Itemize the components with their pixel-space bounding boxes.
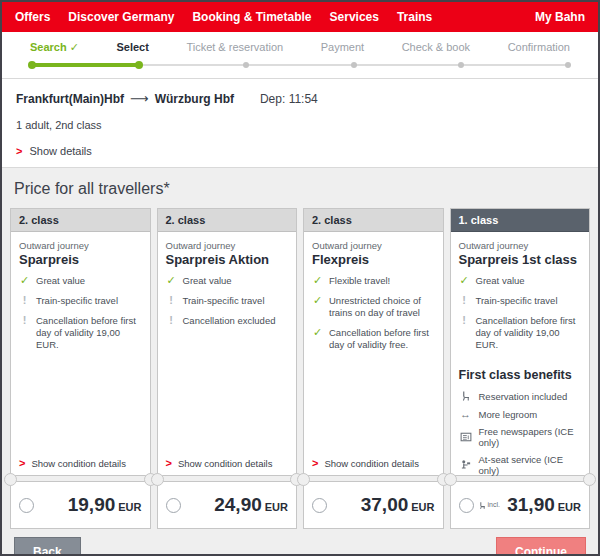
- legroom-arrows-icon: ↔: [459, 408, 473, 420]
- fare-product-name: Sparpreis Aktion: [166, 252, 289, 267]
- seat-icon: [459, 390, 473, 402]
- step-search[interactable]: Search✓: [30, 41, 79, 54]
- nav-item-trains[interactable]: Trains: [397, 10, 432, 24]
- feature-item: ✓Flexible travel!: [312, 275, 435, 287]
- reservation-included-badge: incl.: [478, 501, 500, 510]
- offer-card: 2. class Outward journey Sparpreis ✓Grea…: [10, 208, 151, 476]
- feature-item: ✓Great value: [459, 275, 582, 287]
- benefit-item: Free newspapers (ICE only): [459, 426, 582, 448]
- fare-price: 19,90EUR: [68, 494, 142, 516]
- nav-item-discover-germany[interactable]: Discover Germany: [68, 10, 174, 24]
- fare-card-sparpreis-aktion: 2. class Outward journey Sparpreis Aktio…: [157, 208, 298, 529]
- fare-radio-button[interactable]: [312, 498, 327, 513]
- step-select[interactable]: Select: [116, 41, 148, 54]
- offer-card: 2. class Outward journey Flexpreis ✓Flex…: [303, 208, 444, 476]
- departure-time: Dep: 11:54: [260, 92, 318, 106]
- route-line: Frankfurt(Main)Hbf ⟶ Würzburg Hbf Dep: 1…: [16, 91, 584, 106]
- step-dot: [458, 62, 464, 68]
- exclamation-icon: !: [166, 315, 177, 327]
- nav-item-services[interactable]: Services: [330, 10, 379, 24]
- step-payment: Payment: [321, 41, 364, 54]
- check-icon: ✓: [459, 275, 470, 287]
- step-check-book: Check & book: [402, 41, 470, 54]
- fare-cards-row: 2. class Outward journey Sparpreis ✓Grea…: [10, 208, 590, 529]
- feature-item: ✓Great value: [19, 275, 142, 287]
- step-dot: [28, 61, 36, 69]
- fare-radio-button[interactable]: [459, 498, 474, 513]
- price-section-title: Price for all travellers*: [14, 180, 590, 198]
- offer-card: 1. class Outward journey Sparpreis 1st c…: [450, 208, 591, 476]
- class-header-first-class: 1. class: [451, 209, 590, 232]
- class-header: 2. class: [158, 209, 297, 232]
- nav-item-my-bahn[interactable]: My Bahn: [535, 10, 585, 24]
- booking-progress-steps: Search✓ Select Ticket & reservation Paym…: [2, 32, 598, 79]
- chevron-right-icon: >: [16, 145, 22, 157]
- first-class-benefits-title: First class benefits: [459, 368, 582, 382]
- price-section: Price for all travellers* 2. class Outwa…: [2, 167, 598, 556]
- fare-price: 31,90EUR: [507, 494, 581, 516]
- fare-card-flexpreis: 2. class Outward journey Flexpreis ✓Flex…: [303, 208, 444, 529]
- fare-card-sparpreis-1st-class: 1. class Outward journey Sparpreis 1st c…: [450, 208, 591, 529]
- step-confirmation: Confirmation: [508, 41, 570, 54]
- feature-item: !Cancellation before first day of validi…: [459, 315, 582, 351]
- journey-direction-label: Outward journey: [459, 240, 582, 251]
- check-icon: ✓: [70, 41, 79, 53]
- feature-item: ✓Great value: [166, 275, 289, 287]
- continue-button[interactable]: Continue: [496, 537, 586, 556]
- chevron-right-icon: >: [312, 457, 318, 469]
- benefit-item: ↔ More legroom: [459, 408, 582, 420]
- feature-item: !Cancellation before first day of validi…: [19, 315, 142, 351]
- arrow-right-icon: ⟶: [130, 91, 149, 106]
- class-header: 2. class: [11, 209, 150, 232]
- fare-product-name: Flexpreis: [312, 252, 435, 267]
- fare-radio-button[interactable]: [19, 498, 34, 513]
- fare-product-name: Sparpreis 1st class: [459, 252, 582, 267]
- nav-item-booking-timetable[interactable]: Booking & Timetable: [192, 10, 311, 24]
- check-icon: ✓: [312, 295, 323, 319]
- fare-price-option-sparpreis[interactable]: 19,90EUR: [10, 481, 151, 529]
- check-icon: ✓: [19, 275, 30, 287]
- origin-station: Frankfurt(Main)Hbf: [16, 92, 124, 106]
- show-details-link[interactable]: > Show details: [16, 145, 584, 157]
- step-ticket-reservation: Ticket & reservation: [186, 41, 283, 54]
- card-body: Outward journey Sparpreis ✓Great value !…: [11, 232, 150, 475]
- feature-item: !Cancellation excluded: [166, 315, 289, 327]
- progress-completed-segment: [32, 63, 139, 67]
- journey-summary: Frankfurt(Main)Hbf ⟶ Würzburg Hbf Dep: 1…: [2, 79, 598, 167]
- benefit-item: Reservation included: [459, 390, 582, 402]
- card-body: Outward journey Flexpreis ✓Flexible trav…: [304, 232, 443, 475]
- fare-price-option-sparpreis-1st-class[interactable]: incl. 31,90EUR: [450, 481, 591, 529]
- offer-card: 2. class Outward journey Sparpreis Aktio…: [157, 208, 298, 476]
- back-button[interactable]: Back: [14, 537, 81, 556]
- check-icon: ✓: [166, 275, 177, 287]
- chevron-right-icon: >: [19, 457, 25, 469]
- exclamation-icon: !: [19, 295, 30, 307]
- step-dot: [135, 61, 143, 69]
- card-body: Outward journey Sparpreis Aktion ✓Great …: [158, 232, 297, 475]
- fare-price: 24,90EUR: [214, 494, 288, 516]
- chevron-right-icon: >: [166, 457, 172, 469]
- show-condition-details-link[interactable]: > Show condition details: [19, 451, 142, 469]
- journey-direction-label: Outward journey: [312, 240, 435, 251]
- fare-price: 37,00EUR: [361, 494, 435, 516]
- class-header: 2. class: [304, 209, 443, 232]
- show-condition-details-link[interactable]: > Show condition details: [312, 451, 435, 469]
- fare-price-option-flexpreis[interactable]: 37,00EUR: [303, 481, 444, 529]
- step-dot: [351, 62, 357, 68]
- step-dot: [565, 62, 571, 68]
- passenger-summary: 1 adult, 2nd class: [16, 119, 584, 131]
- at-seat-service-icon: [459, 459, 473, 471]
- nav-item-offers[interactable]: Offers: [15, 10, 50, 24]
- fare-price-option-sparpreis-aktion[interactable]: 24,90EUR: [157, 481, 298, 529]
- show-condition-details-link[interactable]: > Show condition details: [166, 451, 289, 469]
- fare-product-name: Sparpreis: [19, 252, 142, 267]
- feature-item: !Train-specific travel: [459, 295, 582, 307]
- exclamation-icon: !: [459, 315, 470, 351]
- check-icon: ✓: [312, 275, 323, 287]
- feature-item: ✓Cancellation before first day of validi…: [312, 327, 435, 351]
- feature-item: !Train-specific travel: [19, 295, 142, 307]
- progress-track: [32, 64, 568, 66]
- seat-icon: [478, 501, 487, 510]
- fare-radio-button[interactable]: [166, 498, 181, 513]
- exclamation-icon: !: [166, 295, 177, 307]
